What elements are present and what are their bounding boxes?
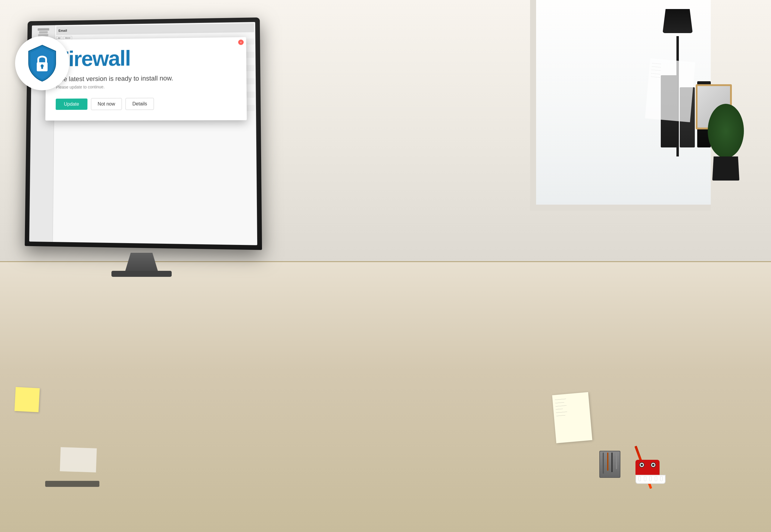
- plant: [705, 105, 747, 181]
- email-header: Email: [56, 23, 254, 35]
- toy-left-pupil: [641, 464, 643, 466]
- not-now-button[interactable]: Not now: [91, 98, 122, 110]
- email-title-label: Email: [58, 29, 67, 32]
- dialog-close-button[interactable]: ×: [238, 39, 244, 45]
- sticky-note: [14, 387, 40, 412]
- chattering-teeth-toy: [636, 460, 666, 484]
- update-button[interactable]: Update: [56, 98, 87, 110]
- toy-body: [636, 460, 660, 475]
- desk-surface: [0, 261, 771, 532]
- firewall-title: Firewall: [56, 46, 236, 70]
- toy-teeth: [636, 475, 666, 484]
- toy-eyes: [639, 462, 656, 468]
- shield-icon-wrapper: [15, 36, 69, 90]
- monitor-base: [111, 271, 172, 277]
- notebook: [60, 447, 97, 472]
- firewall-subtitle: The latest version is ready to install n…: [56, 74, 236, 83]
- toy-right-eye: [651, 462, 656, 468]
- plant-leaves: [708, 104, 744, 158]
- svg-rect-2: [41, 66, 43, 69]
- details-button[interactable]: Details: [125, 98, 154, 110]
- toy-right-pupil: [652, 464, 655, 466]
- dialog-button-group: Update Not now Details: [56, 97, 236, 110]
- desk-paper: ___________ _________ ___________ ______…: [552, 392, 592, 443]
- pencil-holder: [599, 451, 621, 478]
- lamp-shade: [663, 9, 693, 33]
- shield-icon: [24, 44, 60, 83]
- papers: . . . . . . . . . . . . . . . . . . . . …: [645, 58, 695, 122]
- keyboard-suggestion: [45, 481, 99, 487]
- plant-pot: [712, 156, 739, 181]
- firewall-note: Please update to continue.: [56, 84, 236, 90]
- firewall-dialog: × Firewall The latest version is ready t…: [45, 37, 247, 120]
- toy-left-eye: [639, 462, 645, 468]
